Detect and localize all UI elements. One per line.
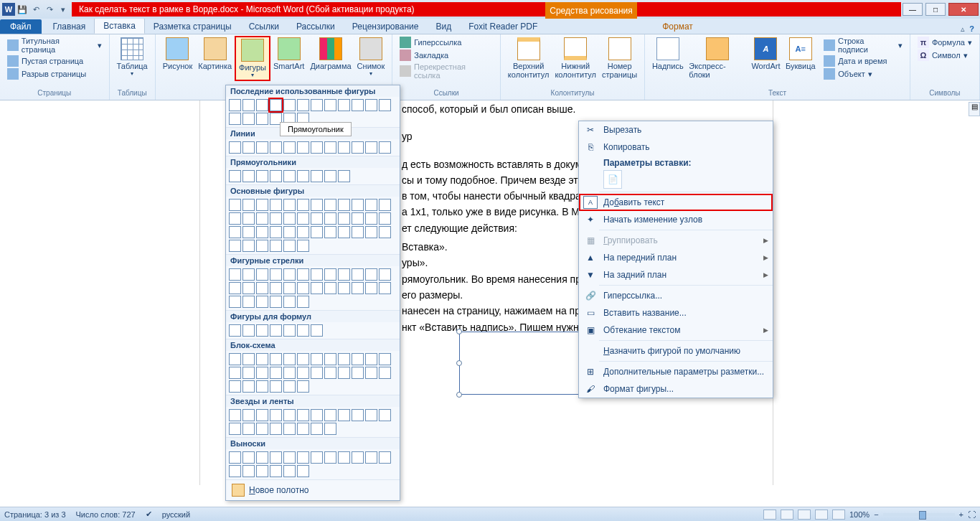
shape-item[interactable] <box>311 212 323 225</box>
shape-item[interactable] <box>229 282 241 294</box>
shape-item[interactable] <box>297 465 309 477</box>
blank-page-button[interactable]: Пустая страница <box>4 55 86 67</box>
shape-item[interactable] <box>242 99 255 111</box>
shape-item[interactable] <box>324 409 336 421</box>
shape-item[interactable] <box>352 451 364 464</box>
shape-item[interactable] <box>311 367 323 379</box>
tab-home[interactable]: Главная <box>44 19 95 34</box>
app-icon[interactable]: W <box>2 3 15 16</box>
ctx-add-text[interactable]: AДобавить текст <box>579 194 773 211</box>
shape-item[interactable] <box>311 141 323 154</box>
shape-item[interactable] <box>365 367 377 379</box>
shape-item[interactable] <box>352 212 364 225</box>
shape-item[interactable] <box>338 199 350 211</box>
shape-item[interactable] <box>379 268 391 281</box>
shape-item[interactable] <box>256 465 268 477</box>
shape-item[interactable] <box>297 212 309 225</box>
tab-mailings[interactable]: Рассылки <box>288 19 344 34</box>
redo-icon[interactable]: ↷ <box>43 3 56 16</box>
shape-item[interactable] <box>256 324 268 337</box>
shape-item[interactable] <box>297 282 309 294</box>
crossref-button[interactable]: Перекрестная ссылка <box>397 62 496 80</box>
shape-item[interactable] <box>324 199 336 211</box>
shape-item[interactable] <box>229 451 241 464</box>
shape-item[interactable] <box>365 99 377 111</box>
ctx-copy[interactable]: ⎘Копировать <box>579 139 773 156</box>
help-icon[interactable]: ? <box>969 24 974 34</box>
shape-item[interactable] <box>242 212 255 225</box>
shape-item[interactable] <box>365 226 377 238</box>
shape-item[interactable] <box>229 465 241 477</box>
shape-item[interactable] <box>297 141 309 154</box>
ctx-wrap[interactable]: ▣Обтекание текстом▶ <box>579 321 773 339</box>
shape-item[interactable] <box>311 99 323 111</box>
shape-item[interactable] <box>324 268 336 281</box>
shape-item[interactable] <box>311 423 323 435</box>
shape-item[interactable] <box>283 353 296 365</box>
bookmark-button[interactable]: Закладка <box>397 49 451 62</box>
shape-item[interactable] <box>242 141 255 154</box>
ctx-set-default[interactable]: Назначить фигурой по умолчанию <box>579 342 773 360</box>
shape-item[interactable] <box>297 226 309 238</box>
shape-item[interactable] <box>229 367 241 379</box>
shape-item[interactable] <box>242 170 255 182</box>
shape-item[interactable] <box>256 423 268 435</box>
table-button[interactable]: Таблица▾ <box>114 36 151 78</box>
shape-item[interactable] <box>270 409 282 421</box>
shape-item[interactable] <box>297 240 309 252</box>
shape-item[interactable] <box>311 353 323 365</box>
shape-item[interactable] <box>256 170 268 182</box>
wordart-button[interactable]: AWordArt <box>749 36 783 72</box>
shape-item[interactable] <box>242 423 255 435</box>
shape-item[interactable] <box>352 199 364 211</box>
ctx-more-layout[interactable]: ⊞Дополнительные параметры разметки... <box>579 363 773 380</box>
shape-item[interactable] <box>297 324 309 337</box>
shape-item[interactable] <box>270 99 282 111</box>
zoom-level[interactable]: 100% <box>849 510 870 519</box>
shape-item[interactable] <box>242 226 255 238</box>
zoom-slider[interactable] <box>883 513 955 516</box>
save-icon[interactable]: 💾 <box>16 3 29 16</box>
fullscreen-icon[interactable]: ⛶ <box>968 510 976 519</box>
status-lang[interactable]: русский <box>162 510 190 519</box>
shape-item[interactable] <box>270 296 282 308</box>
shape-item[interactable] <box>297 199 309 211</box>
shape-item[interactable] <box>379 451 391 464</box>
shape-item[interactable] <box>311 451 323 464</box>
shape-item[interactable] <box>324 99 336 111</box>
shape-item[interactable] <box>256 99 268 111</box>
ctx-hyperlink[interactable]: 🔗Гиперссылка... <box>579 287 773 304</box>
shape-item[interactable] <box>270 465 282 477</box>
shape-item[interactable] <box>352 353 364 365</box>
shape-item[interactable] <box>379 353 391 365</box>
view-print-layout[interactable] <box>763 510 776 520</box>
shape-item[interactable] <box>229 380 241 393</box>
shape-item[interactable] <box>229 212 241 225</box>
shape-item[interactable] <box>365 282 377 294</box>
shape-item[interactable] <box>352 268 364 281</box>
shape-item[interactable] <box>256 113 268 125</box>
ribbon-minimize-icon[interactable]: ▵ <box>961 24 965 34</box>
shape-item[interactable] <box>270 240 282 252</box>
object-button[interactable]: Объект ▾ <box>821 67 905 80</box>
tab-file[interactable]: Файл <box>0 19 42 34</box>
shape-item[interactable] <box>283 268 296 281</box>
shape-item[interactable] <box>242 409 255 421</box>
shape-item[interactable] <box>283 99 296 111</box>
ctx-edit-points[interactable]: ✦Начать изменение узлов <box>579 211 773 228</box>
shape-item[interactable] <box>324 451 336 464</box>
shape-item[interactable] <box>283 451 296 464</box>
shape-item[interactable] <box>283 240 296 252</box>
shape-item[interactable] <box>256 451 268 464</box>
shape-item[interactable] <box>297 380 309 393</box>
shape-item[interactable] <box>379 282 391 294</box>
shape-item[interactable] <box>338 226 350 238</box>
dropcap-button[interactable]: A≡Буквица <box>783 36 818 72</box>
shape-item[interactable] <box>365 451 377 464</box>
shape-item[interactable] <box>242 367 255 379</box>
shape-item[interactable] <box>379 367 391 379</box>
shape-item[interactable] <box>297 296 309 308</box>
shape-item[interactable] <box>311 282 323 294</box>
shape-item[interactable] <box>229 268 241 281</box>
shape-item[interactable] <box>379 409 391 421</box>
